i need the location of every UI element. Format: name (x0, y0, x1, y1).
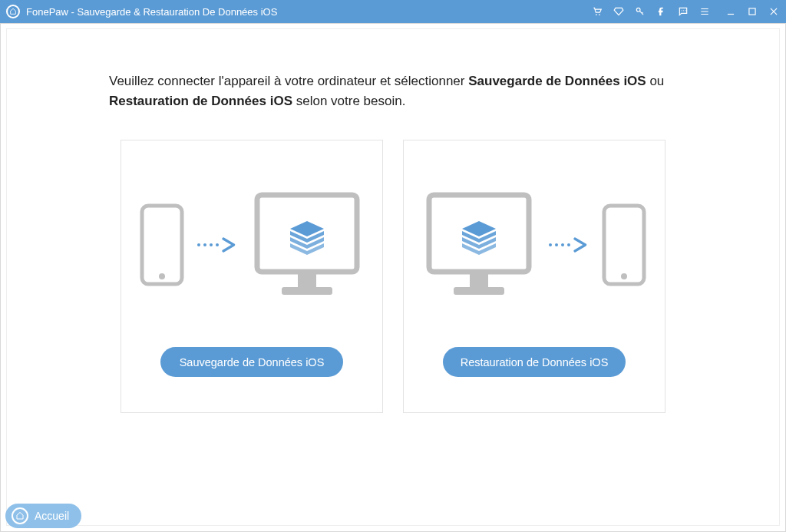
svg-point-4 (683, 10, 684, 11)
home-label: Accueil (35, 510, 69, 522)
minimize-button[interactable] (725, 5, 737, 18)
svg-point-11 (210, 243, 213, 246)
svg-point-20 (555, 243, 558, 246)
svg-point-22 (567, 243, 570, 246)
svg-rect-15 (282, 287, 332, 295)
backup-illustration (139, 141, 365, 302)
diamond-icon[interactable] (613, 5, 625, 18)
svg-rect-7 (142, 206, 182, 284)
close-button[interactable] (768, 5, 780, 18)
backup-card: Sauvegarde de Données iOS (121, 140, 383, 413)
svg-rect-17 (470, 273, 488, 287)
svg-point-9 (197, 243, 200, 246)
svg-point-0 (596, 14, 597, 15)
main-content: Veuillez connecter l'appareil à votre or… (0, 23, 786, 532)
titlebar: FonePaw - Sauvegarde & Restauration De D… (0, 0, 786, 23)
svg-point-5 (685, 10, 685, 11)
svg-point-24 (621, 273, 627, 279)
instruction-suffix: selon votre besoin. (292, 94, 405, 108)
svg-point-3 (682, 10, 682, 11)
instruction-bold1: Sauvegarde de Données iOS (468, 74, 646, 88)
instruction-bold2: Restauration de Données iOS (109, 94, 292, 108)
facebook-icon[interactable] (656, 5, 668, 18)
instruction-prefix: Veuillez connecter l'appareil à votre or… (109, 74, 468, 88)
chat-icon[interactable] (677, 5, 689, 18)
maximize-button[interactable] (746, 5, 758, 18)
phone-icon (601, 203, 647, 287)
svg-rect-18 (454, 287, 504, 295)
arrow-right-icon (196, 237, 239, 253)
monitor-icon (249, 187, 365, 302)
svg-rect-14 (298, 273, 316, 287)
instruction-middle: ou (646, 74, 665, 88)
svg-point-19 (549, 243, 552, 246)
instruction-text: Veuillez connecter l'appareil à votre or… (109, 71, 677, 111)
restore-card: Restauration de Données iOS (403, 140, 665, 413)
home-icon (12, 507, 28, 524)
monitor-icon (421, 187, 537, 302)
svg-point-10 (203, 243, 206, 246)
app-logo-icon (6, 5, 20, 18)
phone-icon (139, 203, 185, 287)
app-title: FonePaw - Sauvegarde & Restauration De D… (26, 6, 277, 18)
svg-point-21 (561, 243, 564, 246)
svg-point-2 (636, 8, 640, 12)
backup-button[interactable]: Sauvegarde de Données iOS (160, 347, 343, 377)
home-tab[interactable]: Accueil (5, 504, 81, 528)
svg-point-8 (159, 273, 165, 279)
svg-point-1 (599, 14, 600, 15)
key-icon[interactable] (634, 5, 646, 18)
svg-rect-6 (749, 8, 755, 15)
restore-illustration (421, 141, 647, 302)
svg-point-12 (216, 243, 219, 246)
arrow-right-icon (547, 237, 590, 253)
restore-button[interactable]: Restauration de Données iOS (443, 347, 626, 377)
svg-rect-23 (604, 206, 644, 284)
cart-icon[interactable] (591, 5, 603, 18)
menu-icon[interactable] (698, 5, 711, 18)
